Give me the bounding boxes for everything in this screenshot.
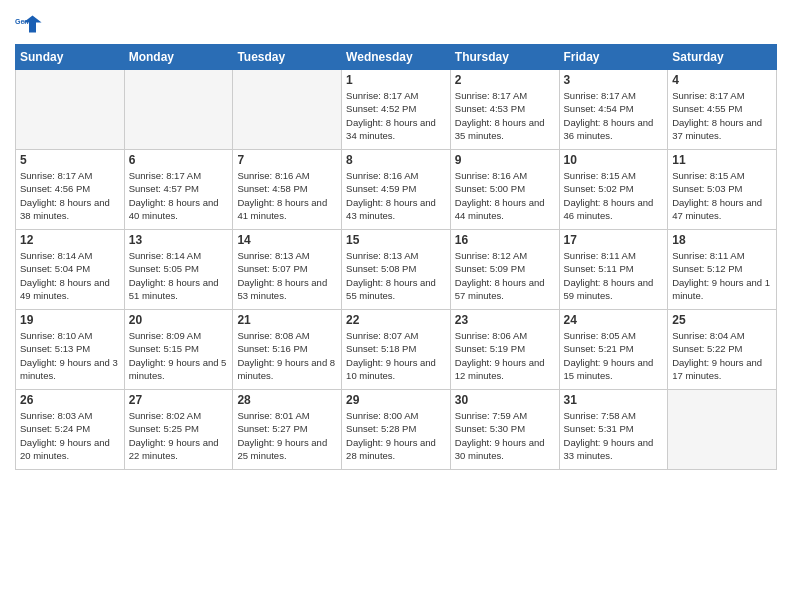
day-number: 19 xyxy=(20,313,120,327)
day-number: 25 xyxy=(672,313,772,327)
day-info: Sunrise: 7:59 AM Sunset: 5:30 PM Dayligh… xyxy=(455,409,555,462)
calendar-cell: 31Sunrise: 7:58 AM Sunset: 5:31 PM Dayli… xyxy=(559,390,668,470)
weekday-header-friday: Friday xyxy=(559,45,668,70)
calendar-cell: 6Sunrise: 8:17 AM Sunset: 4:57 PM Daylig… xyxy=(124,150,233,230)
calendar-week-row: 12Sunrise: 8:14 AM Sunset: 5:04 PM Dayli… xyxy=(16,230,777,310)
day-info: Sunrise: 8:14 AM Sunset: 5:05 PM Dayligh… xyxy=(129,249,229,302)
calendar-cell xyxy=(233,70,342,150)
day-number: 20 xyxy=(129,313,229,327)
calendar-cell: 28Sunrise: 8:01 AM Sunset: 5:27 PM Dayli… xyxy=(233,390,342,470)
calendar-cell: 21Sunrise: 8:08 AM Sunset: 5:16 PM Dayli… xyxy=(233,310,342,390)
calendar-page: Gen SundayMondayTuesdayWednesdayThursday… xyxy=(0,0,792,612)
calendar-cell: 7Sunrise: 8:16 AM Sunset: 4:58 PM Daylig… xyxy=(233,150,342,230)
day-number: 10 xyxy=(564,153,664,167)
day-info: Sunrise: 8:17 AM Sunset: 4:56 PM Dayligh… xyxy=(20,169,120,222)
logo-icon: Gen xyxy=(15,10,43,38)
day-info: Sunrise: 7:58 AM Sunset: 5:31 PM Dayligh… xyxy=(564,409,664,462)
day-number: 24 xyxy=(564,313,664,327)
calendar-cell: 23Sunrise: 8:06 AM Sunset: 5:19 PM Dayli… xyxy=(450,310,559,390)
calendar-cell xyxy=(668,390,777,470)
day-number: 14 xyxy=(237,233,337,247)
calendar-cell: 12Sunrise: 8:14 AM Sunset: 5:04 PM Dayli… xyxy=(16,230,125,310)
day-info: Sunrise: 8:11 AM Sunset: 5:11 PM Dayligh… xyxy=(564,249,664,302)
calendar-cell: 25Sunrise: 8:04 AM Sunset: 5:22 PM Dayli… xyxy=(668,310,777,390)
calendar-cell: 20Sunrise: 8:09 AM Sunset: 5:15 PM Dayli… xyxy=(124,310,233,390)
day-number: 13 xyxy=(129,233,229,247)
day-info: Sunrise: 8:17 AM Sunset: 4:55 PM Dayligh… xyxy=(672,89,772,142)
calendar-week-row: 5Sunrise: 8:17 AM Sunset: 4:56 PM Daylig… xyxy=(16,150,777,230)
day-info: Sunrise: 8:00 AM Sunset: 5:28 PM Dayligh… xyxy=(346,409,446,462)
calendar-cell: 24Sunrise: 8:05 AM Sunset: 5:21 PM Dayli… xyxy=(559,310,668,390)
day-number: 18 xyxy=(672,233,772,247)
calendar-cell: 8Sunrise: 8:16 AM Sunset: 4:59 PM Daylig… xyxy=(342,150,451,230)
calendar-cell: 11Sunrise: 8:15 AM Sunset: 5:03 PM Dayli… xyxy=(668,150,777,230)
calendar-cell: 1Sunrise: 8:17 AM Sunset: 4:52 PM Daylig… xyxy=(342,70,451,150)
day-info: Sunrise: 8:15 AM Sunset: 5:02 PM Dayligh… xyxy=(564,169,664,222)
calendar-cell: 17Sunrise: 8:11 AM Sunset: 5:11 PM Dayli… xyxy=(559,230,668,310)
day-info: Sunrise: 8:17 AM Sunset: 4:54 PM Dayligh… xyxy=(564,89,664,142)
day-number: 8 xyxy=(346,153,446,167)
weekday-header-saturday: Saturday xyxy=(668,45,777,70)
day-number: 16 xyxy=(455,233,555,247)
calendar-cell: 3Sunrise: 8:17 AM Sunset: 4:54 PM Daylig… xyxy=(559,70,668,150)
day-number: 22 xyxy=(346,313,446,327)
calendar-cell: 29Sunrise: 8:00 AM Sunset: 5:28 PM Dayli… xyxy=(342,390,451,470)
calendar-cell: 14Sunrise: 8:13 AM Sunset: 5:07 PM Dayli… xyxy=(233,230,342,310)
day-number: 9 xyxy=(455,153,555,167)
day-number: 6 xyxy=(129,153,229,167)
day-number: 28 xyxy=(237,393,337,407)
day-number: 26 xyxy=(20,393,120,407)
calendar-cell: 9Sunrise: 8:16 AM Sunset: 5:00 PM Daylig… xyxy=(450,150,559,230)
calendar-cell: 10Sunrise: 8:15 AM Sunset: 5:02 PM Dayli… xyxy=(559,150,668,230)
day-info: Sunrise: 8:03 AM Sunset: 5:24 PM Dayligh… xyxy=(20,409,120,462)
calendar-cell xyxy=(124,70,233,150)
day-info: Sunrise: 8:16 AM Sunset: 5:00 PM Dayligh… xyxy=(455,169,555,222)
calendar-cell: 26Sunrise: 8:03 AM Sunset: 5:24 PM Dayli… xyxy=(16,390,125,470)
calendar-cell: 5Sunrise: 8:17 AM Sunset: 4:56 PM Daylig… xyxy=(16,150,125,230)
calendar-cell: 4Sunrise: 8:17 AM Sunset: 4:55 PM Daylig… xyxy=(668,70,777,150)
day-info: Sunrise: 8:14 AM Sunset: 5:04 PM Dayligh… xyxy=(20,249,120,302)
logo: Gen xyxy=(15,10,45,38)
calendar-cell: 22Sunrise: 8:07 AM Sunset: 5:18 PM Dayli… xyxy=(342,310,451,390)
day-info: Sunrise: 8:17 AM Sunset: 4:57 PM Dayligh… xyxy=(129,169,229,222)
day-number: 21 xyxy=(237,313,337,327)
day-number: 15 xyxy=(346,233,446,247)
day-number: 23 xyxy=(455,313,555,327)
calendar-week-row: 19Sunrise: 8:10 AM Sunset: 5:13 PM Dayli… xyxy=(16,310,777,390)
day-info: Sunrise: 8:08 AM Sunset: 5:16 PM Dayligh… xyxy=(237,329,337,382)
day-number: 30 xyxy=(455,393,555,407)
day-number: 5 xyxy=(20,153,120,167)
header: Gen xyxy=(15,10,777,38)
day-info: Sunrise: 8:02 AM Sunset: 5:25 PM Dayligh… xyxy=(129,409,229,462)
weekday-header-sunday: Sunday xyxy=(16,45,125,70)
calendar-cell: 19Sunrise: 8:10 AM Sunset: 5:13 PM Dayli… xyxy=(16,310,125,390)
calendar-cell: 16Sunrise: 8:12 AM Sunset: 5:09 PM Dayli… xyxy=(450,230,559,310)
calendar-table: SundayMondayTuesdayWednesdayThursdayFrid… xyxy=(15,44,777,470)
day-info: Sunrise: 8:10 AM Sunset: 5:13 PM Dayligh… xyxy=(20,329,120,382)
day-info: Sunrise: 8:11 AM Sunset: 5:12 PM Dayligh… xyxy=(672,249,772,302)
day-number: 29 xyxy=(346,393,446,407)
calendar-cell: 30Sunrise: 7:59 AM Sunset: 5:30 PM Dayli… xyxy=(450,390,559,470)
day-info: Sunrise: 8:01 AM Sunset: 5:27 PM Dayligh… xyxy=(237,409,337,462)
day-info: Sunrise: 8:13 AM Sunset: 5:07 PM Dayligh… xyxy=(237,249,337,302)
day-info: Sunrise: 8:16 AM Sunset: 4:58 PM Dayligh… xyxy=(237,169,337,222)
calendar-cell: 13Sunrise: 8:14 AM Sunset: 5:05 PM Dayli… xyxy=(124,230,233,310)
day-info: Sunrise: 8:15 AM Sunset: 5:03 PM Dayligh… xyxy=(672,169,772,222)
weekday-header-thursday: Thursday xyxy=(450,45,559,70)
day-number: 7 xyxy=(237,153,337,167)
day-number: 3 xyxy=(564,73,664,87)
calendar-week-row: 26Sunrise: 8:03 AM Sunset: 5:24 PM Dayli… xyxy=(16,390,777,470)
day-number: 11 xyxy=(672,153,772,167)
calendar-cell: 18Sunrise: 8:11 AM Sunset: 5:12 PM Dayli… xyxy=(668,230,777,310)
day-number: 1 xyxy=(346,73,446,87)
day-number: 31 xyxy=(564,393,664,407)
day-info: Sunrise: 8:17 AM Sunset: 4:53 PM Dayligh… xyxy=(455,89,555,142)
day-number: 12 xyxy=(20,233,120,247)
day-info: Sunrise: 8:12 AM Sunset: 5:09 PM Dayligh… xyxy=(455,249,555,302)
day-info: Sunrise: 8:17 AM Sunset: 4:52 PM Dayligh… xyxy=(346,89,446,142)
day-number: 17 xyxy=(564,233,664,247)
calendar-cell: 2Sunrise: 8:17 AM Sunset: 4:53 PM Daylig… xyxy=(450,70,559,150)
weekday-header-monday: Monday xyxy=(124,45,233,70)
day-info: Sunrise: 8:09 AM Sunset: 5:15 PM Dayligh… xyxy=(129,329,229,382)
day-info: Sunrise: 8:13 AM Sunset: 5:08 PM Dayligh… xyxy=(346,249,446,302)
